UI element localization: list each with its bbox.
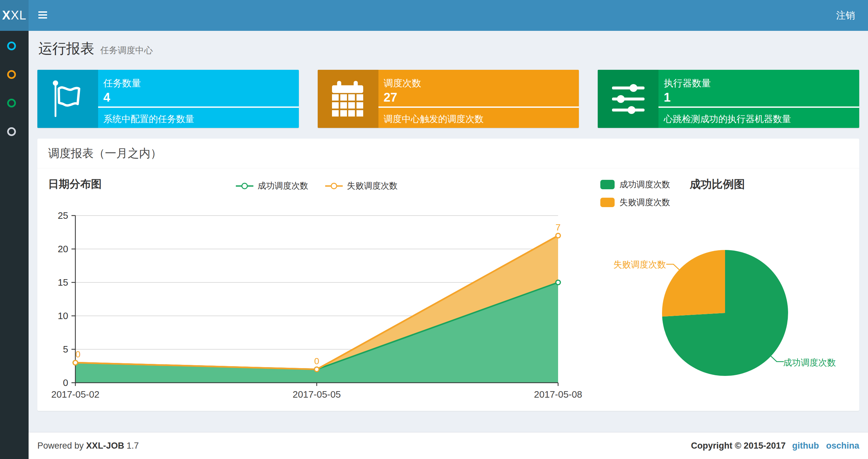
sidebar-item-jobs-icon[interactable] <box>7 70 16 79</box>
app-logo-bold: X <box>2 8 11 23</box>
navbar: 注销 <box>29 0 868 31</box>
sidebar-item-log-icon[interactable] <box>7 99 16 107</box>
svg-text:15: 15 <box>58 277 68 288</box>
stat-card-title: 任务数量 <box>103 77 141 90</box>
svg-text:0: 0 <box>75 349 81 359</box>
page-title: 运行报表 <box>38 40 94 56</box>
stat-card-triggers: 调度次数 27 调度中心触发的调度次数 <box>318 70 579 128</box>
success-ratio-pie-chart <box>583 168 859 411</box>
stat-card-jobs: 任务数量 4 系统中配置的任务数量 <box>37 70 299 128</box>
svg-text:5: 5 <box>63 344 68 355</box>
copyright-text: Copyright © 2015-2017 <box>691 441 786 451</box>
stat-card-desc: 系统中配置的任务数量 <box>103 113 194 125</box>
content-wrapper: 运行报表 任务调度中心 任务数量 4 系统中配置的任务数量 <box>29 31 868 411</box>
stat-card-value: 4 <box>103 91 110 104</box>
stat-card-value: 27 <box>384 91 397 104</box>
svg-text:2017-05-08: 2017-05-08 <box>534 389 582 400</box>
pie-callout-label-fail: 失败调度次数 <box>613 259 666 270</box>
report-panel: 调度报表（一月之内） 日期分布图 成功调度次数 失败调度次数 051015202… <box>37 139 859 411</box>
product-name: XXL-JOB <box>86 441 124 451</box>
svg-text:0: 0 <box>314 356 319 366</box>
panel-title: 调度报表（一月之内） <box>37 139 859 168</box>
github-link[interactable]: github <box>792 441 819 451</box>
pie-callout-label-success: 成功调度次数 <box>783 357 836 368</box>
svg-text:25: 25 <box>58 210 68 221</box>
sidebar-item-report-icon[interactable] <box>7 41 16 50</box>
svg-text:2017-05-02: 2017-05-02 <box>51 389 99 400</box>
divider <box>658 106 859 108</box>
svg-text:0: 0 <box>63 378 68 388</box>
product-version: 1.7 <box>127 441 139 451</box>
divider <box>98 106 299 108</box>
svg-text:7: 7 <box>556 222 561 232</box>
oschina-link[interactable]: oschina <box>826 441 859 451</box>
stat-card-desc: 心跳检测成功的执行器机器数量 <box>664 113 791 125</box>
svg-text:10: 10 <box>58 310 68 321</box>
app-logo[interactable]: XXL <box>0 0 29 31</box>
divider <box>378 106 579 108</box>
panel-body: 日期分布图 成功调度次数 失败调度次数 05101520252017-05-02… <box>37 168 859 411</box>
stat-card-value: 1 <box>664 91 671 104</box>
stat-card-title: 执行器数量 <box>664 77 711 90</box>
app-logo-rest: XL <box>11 8 26 23</box>
calendar-icon <box>318 70 378 128</box>
stat-card-desc: 调度中心触发的调度次数 <box>384 113 484 125</box>
sidebar <box>0 31 29 459</box>
page-header: 运行报表 任务调度中心 <box>29 31 868 58</box>
powered-by: Powered by XXL-JOB 1.7 <box>37 441 139 451</box>
sliders-icon <box>598 70 658 128</box>
sidebar-toggle-icon[interactable] <box>38 11 47 19</box>
stat-card-executors: 执行器数量 1 心跳检测成功的执行器机器数量 <box>598 70 859 128</box>
sidebar-item-executor-icon[interactable] <box>7 127 16 136</box>
page-subtitle: 任务调度中心 <box>100 45 153 55</box>
top-navbar: XXL 注销 <box>0 0 868 31</box>
copyright: Copyright © 2015-2017 github oschina <box>691 441 859 451</box>
stat-card-title: 调度次数 <box>384 77 421 90</box>
flag-icon <box>37 70 98 128</box>
logout-button[interactable]: 注销 <box>836 0 855 31</box>
svg-text:20: 20 <box>58 244 68 254</box>
footer: Powered by XXL-JOB 1.7 Copyright © 2015-… <box>29 432 868 459</box>
stat-cards-row: 任务数量 4 系统中配置的任务数量 调度次数 27 <box>29 70 868 128</box>
date-distribution-chart: 05101520252017-05-022017-05-052017-05-08… <box>37 168 596 411</box>
svg-text:2017-05-05: 2017-05-05 <box>293 389 341 400</box>
